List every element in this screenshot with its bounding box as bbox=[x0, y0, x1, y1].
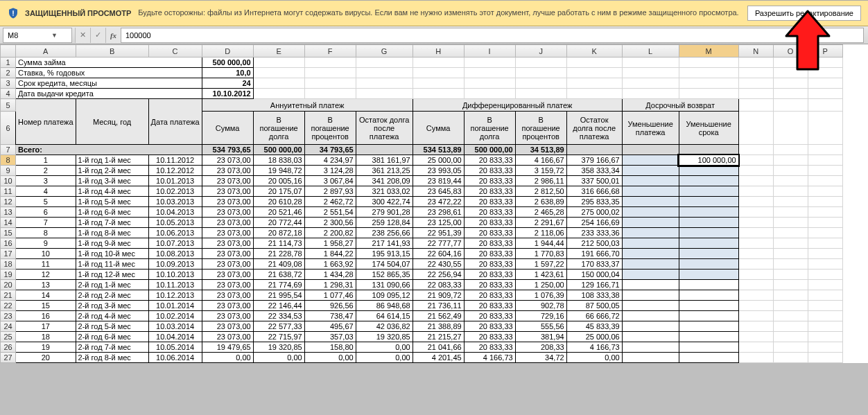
cell-month[interactable]: 1-й год 4-й мес bbox=[76, 186, 148, 197]
data-cell[interactable]: 2 812,50 bbox=[515, 186, 566, 197]
cell-num[interactable]: 3 bbox=[16, 176, 76, 186]
data-cell[interactable]: 42 036,82 bbox=[356, 321, 413, 332]
data-cell[interactable]: 20 833,33 bbox=[464, 301, 515, 311]
row-header[interactable]: 15 bbox=[1, 228, 16, 238]
data-cell[interactable]: 45 833,39 bbox=[566, 321, 622, 332]
row-header[interactable]: 17 bbox=[1, 249, 16, 259]
cell-date[interactable]: 10.08.2013 bbox=[148, 249, 202, 259]
data-cell[interactable]: 22 083,33 bbox=[413, 280, 464, 290]
data-cell[interactable]: 23 073,00 bbox=[202, 249, 253, 259]
data-cell[interactable]: 20 872,18 bbox=[253, 228, 304, 238]
formula-input[interactable]: 100000 bbox=[121, 28, 864, 43]
totals-cell[interactable]: 534 513,89 bbox=[413, 145, 464, 155]
data-cell[interactable]: 21 995,54 bbox=[253, 290, 304, 301]
data-cell[interactable]: 23 073,00 bbox=[202, 197, 253, 207]
col-header[interactable]: H bbox=[413, 45, 464, 58]
data-cell[interactable]: 22 577,33 bbox=[253, 321, 304, 332]
data-cell[interactable]: 23 073,00 bbox=[202, 176, 253, 186]
data-cell[interactable]: 729,16 bbox=[515, 311, 566, 321]
col-header[interactable]: I bbox=[464, 45, 515, 58]
data-cell[interactable]: 3 124,28 bbox=[304, 166, 356, 176]
data-cell[interactable]: 23 073,00 bbox=[202, 155, 253, 166]
cell-num[interactable]: 20 bbox=[16, 353, 76, 363]
cell-num[interactable]: 1 bbox=[16, 155, 76, 166]
data-cell[interactable]: 20 833,33 bbox=[464, 176, 515, 186]
cell-month[interactable]: 1-й год 9-й мес bbox=[76, 238, 148, 249]
data-cell[interactable]: 22 430,55 bbox=[413, 259, 464, 270]
data-cell[interactable]: 1 423,61 bbox=[515, 270, 566, 280]
data-cell[interactable]: 926,56 bbox=[304, 301, 356, 311]
cell-date[interactable]: 10.01.2014 bbox=[148, 301, 202, 311]
data-cell[interactable]: 3 159,72 bbox=[515, 166, 566, 176]
data-cell[interactable]: 23 819,44 bbox=[413, 176, 464, 186]
data-cell[interactable]: 21 114,73 bbox=[253, 238, 304, 249]
data-cell[interactable]: 87 500,05 bbox=[566, 301, 622, 311]
row-header[interactable]: 16 bbox=[1, 238, 16, 249]
col-header[interactable]: J bbox=[515, 45, 566, 58]
data-cell[interactable]: 1 077,46 bbox=[304, 290, 356, 301]
cell-num[interactable]: 11 bbox=[16, 259, 76, 270]
cell-num[interactable]: 2 bbox=[16, 166, 76, 176]
data-cell[interactable]: 150 000,04 bbox=[566, 270, 622, 280]
col-subheader[interactable]: В погашение долга bbox=[253, 112, 304, 145]
data-cell[interactable]: 20 833,33 bbox=[464, 280, 515, 290]
data-cell[interactable]: 1 597,22 bbox=[515, 259, 566, 270]
data-cell[interactable]: 2 291,67 bbox=[515, 218, 566, 228]
cell-month[interactable]: 1-й год 12-й мес bbox=[76, 270, 148, 280]
param-value[interactable]: 10.10.2012 bbox=[202, 89, 253, 99]
data-cell[interactable]: 22 146,44 bbox=[253, 301, 304, 311]
data-cell[interactable]: 20 833,33 bbox=[464, 259, 515, 270]
data-cell[interactable]: 19 948,72 bbox=[253, 166, 304, 176]
spreadsheet-grid[interactable]: ABCDEFGHIJKLMNOP1Сумма займа500 000,002С… bbox=[0, 44, 868, 363]
data-cell[interactable]: 2 638,89 bbox=[515, 197, 566, 207]
param-value[interactable]: 500 000,00 bbox=[202, 58, 253, 68]
totals-cell[interactable]: 34 513,89 bbox=[515, 145, 566, 155]
col-subheader[interactable]: Остаток долга после платежа bbox=[566, 112, 622, 145]
data-cell[interactable]: 2 200,82 bbox=[304, 228, 356, 238]
data-cell[interactable]: 259 128,84 bbox=[356, 218, 413, 228]
data-cell[interactable]: 23 073,00 bbox=[202, 228, 253, 238]
select-all-button[interactable] bbox=[1, 45, 16, 58]
cell-num[interactable]: 8 bbox=[16, 228, 76, 238]
cell-date[interactable]: 10.02.2014 bbox=[148, 311, 202, 321]
col-subheader[interactable]: Сумма bbox=[413, 112, 464, 145]
data-cell[interactable]: 23 645,83 bbox=[413, 186, 464, 197]
data-cell[interactable]: 109 095,12 bbox=[356, 290, 413, 301]
row-header[interactable]: 11 bbox=[1, 186, 16, 197]
data-cell[interactable]: 20 833,33 bbox=[464, 290, 515, 301]
data-cell[interactable]: 495,67 bbox=[304, 321, 356, 332]
data-cell[interactable]: 20 833,33 bbox=[464, 311, 515, 321]
data-cell[interactable]: 379 166,67 bbox=[566, 155, 622, 166]
data-cell[interactable]: 23 073,00 bbox=[202, 280, 253, 290]
data-cell[interactable]: 22 715,97 bbox=[253, 332, 304, 342]
cell-month[interactable]: 1-й год 8-й мес bbox=[76, 228, 148, 238]
row-header[interactable]: 2 bbox=[1, 68, 16, 78]
cell-num[interactable]: 7 bbox=[16, 218, 76, 228]
data-cell[interactable]: 337 500,01 bbox=[566, 176, 622, 186]
data-cell[interactable]: 34,72 bbox=[515, 353, 566, 363]
data-cell[interactable]: 25 000,00 bbox=[413, 155, 464, 166]
data-cell[interactable]: 23 472,22 bbox=[413, 197, 464, 207]
data-cell[interactable]: 23 073,00 bbox=[202, 290, 253, 301]
data-cell[interactable]: 321 033,02 bbox=[356, 186, 413, 197]
data-cell[interactable]: 86 948,68 bbox=[356, 301, 413, 311]
data-cell[interactable]: 0,00 bbox=[253, 353, 304, 363]
data-cell[interactable]: 0,00 bbox=[566, 353, 622, 363]
data-cell[interactable]: 20 833,33 bbox=[464, 218, 515, 228]
data-cell[interactable]: 20 833,33 bbox=[464, 321, 515, 332]
data-cell[interactable]: 158,80 bbox=[304, 342, 356, 353]
data-cell[interactable]: 279 901,28 bbox=[356, 207, 413, 218]
data-cell[interactable]: 170 833,37 bbox=[566, 259, 622, 270]
col-header[interactable]: G bbox=[356, 45, 413, 58]
data-cell[interactable]: 3 067,84 bbox=[304, 176, 356, 186]
data-cell[interactable]: 555,56 bbox=[515, 321, 566, 332]
data-cell[interactable]: 21 638,72 bbox=[253, 270, 304, 280]
data-cell[interactable]: 316 666,68 bbox=[566, 186, 622, 197]
cell-num[interactable]: 12 bbox=[16, 270, 76, 280]
group-early[interactable]: Досрочный возврат bbox=[622, 99, 738, 112]
data-cell[interactable]: 23 073,00 bbox=[202, 270, 253, 280]
data-cell[interactable]: 195 913,15 bbox=[356, 249, 413, 259]
data-cell[interactable]: 20 833,33 bbox=[464, 166, 515, 176]
param-value[interactable]: 24 bbox=[202, 78, 253, 89]
cell-num[interactable]: 18 bbox=[16, 332, 76, 342]
